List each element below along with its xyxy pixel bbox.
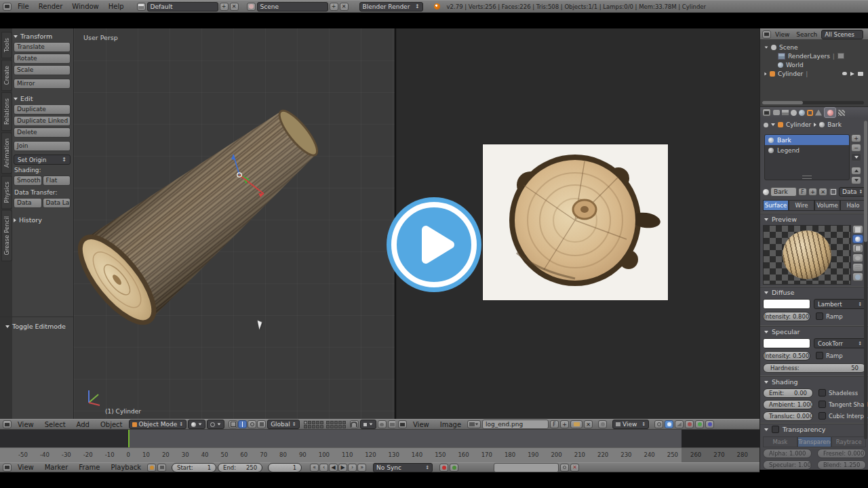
- image-channel-g-icon[interactable]: [695, 420, 704, 428]
- translate-manipulator-button[interactable]: [238, 420, 247, 428]
- fake-user-button[interactable]: F: [798, 188, 807, 196]
- shelf-tab[interactable]: Create: [1, 60, 12, 91]
- mask-mode-button[interactable]: Mask: [763, 436, 797, 447]
- editor-type-properties-icon[interactable]: [762, 108, 771, 117]
- tab-volume[interactable]: Volume: [814, 200, 840, 211]
- render-menu[interactable]: Render: [34, 3, 68, 10]
- keying-options-icon[interactable]: [450, 464, 458, 472]
- raytrace-mode-button[interactable]: Raytrace: [831, 436, 866, 447]
- tab-surface[interactable]: Surface: [763, 200, 789, 211]
- set-origin-dropdown[interactable]: Set Origin↕: [14, 155, 71, 165]
- render-engine-selector[interactable]: Blender Render↕: [359, 2, 423, 12]
- move-slot-down-button[interactable]: [851, 176, 861, 184]
- preview-flat-button[interactable]: [852, 225, 863, 234]
- fresnel-slider[interactable]: Fresnel:0.000: [817, 449, 866, 458]
- timeline-frame-menu[interactable]: Frame: [74, 464, 104, 471]
- emit-slider[interactable]: Emit:0.00: [763, 388, 813, 398]
- data-layout-button[interactable]: Data Layout: [43, 198, 71, 208]
- slot-specials-menu[interactable]: [851, 153, 861, 161]
- current-frame-field[interactable]: 1: [268, 463, 302, 472]
- editor-type-image-icon[interactable]: [398, 420, 407, 428]
- data-button[interactable]: Data: [14, 198, 42, 208]
- outliner-scrollbar[interactable]: [762, 101, 864, 104]
- outliner-item-renderlayers[interactable]: RenderLayers |: [764, 52, 866, 60]
- view3d-add-menu[interactable]: Add: [72, 421, 94, 428]
- snap-element-selector[interactable]: [360, 420, 376, 429]
- log-3d-model[interactable]: [74, 28, 395, 419]
- tab-halo[interactable]: Halo: [840, 200, 866, 211]
- move-slot-up-button[interactable]: [851, 167, 861, 175]
- current-frame-marker[interactable]: [128, 430, 130, 447]
- keying-set-field[interactable]: [494, 463, 559, 472]
- outliner-search-menu[interactable]: Search: [793, 31, 820, 38]
- operator-panel-header[interactable]: Toggle Editmode: [5, 323, 80, 330]
- editor-type-3dview-icon[interactable]: [3, 420, 12, 428]
- viewport-3d[interactable]: User Persp: [74, 28, 395, 419]
- join-button[interactable]: Join: [14, 141, 71, 151]
- ztransparency-mode-button[interactable]: Z Transparency: [797, 436, 832, 447]
- previous-keyframe-button[interactable]: ‹: [319, 464, 328, 472]
- preview-hair-button[interactable]: [852, 263, 863, 272]
- preview-range-icon[interactable]: [147, 464, 156, 472]
- image-display-mode-selector[interactable]: View ↕: [612, 420, 649, 429]
- scene-icon[interactable]: [247, 3, 256, 11]
- window-menu[interactable]: Window: [67, 3, 103, 10]
- render-tab-icon[interactable]: [773, 110, 780, 115]
- jump-to-start-button[interactable]: «: [310, 464, 319, 472]
- play-button[interactable]: ▶: [338, 464, 347, 472]
- translate-button[interactable]: Translate: [14, 42, 71, 52]
- tangent-shading-checkbox[interactable]: [818, 401, 826, 408]
- material-tab-icon[interactable]: [824, 107, 836, 118]
- scene-tab-icon[interactable]: [791, 110, 797, 116]
- snap-magnet-icon[interactable]: [350, 420, 359, 428]
- material-name-field[interactable]: Bark: [770, 187, 797, 197]
- nodes-button[interactable]: [829, 188, 837, 196]
- close-layout-button[interactable]: ✕: [230, 3, 239, 11]
- specular-panel-header[interactable]: Specular: [764, 328, 800, 336]
- screen-layout-icon[interactable]: [137, 3, 146, 11]
- add-layout-button[interactable]: +: [220, 3, 229, 11]
- render-layers-tab-icon[interactable]: [782, 110, 789, 115]
- specular-intensity-slider[interactable]: Intensity:0.500: [763, 351, 810, 361]
- timeline-view-menu[interactable]: View: [13, 464, 39, 471]
- duplicate-linked-button[interactable]: Duplicate Linked: [14, 116, 71, 126]
- image-view-menu[interactable]: View: [408, 421, 434, 428]
- specular-shader-dropdown[interactable]: CookTorr↕: [814, 338, 866, 348]
- end-frame-field[interactable]: End:250: [218, 463, 262, 472]
- remove-slot-button[interactable]: −: [851, 144, 861, 152]
- delete-keyframe-button[interactable]: ✕: [570, 464, 579, 472]
- alpha-slider[interactable]: Alpha:1.000: [763, 449, 812, 458]
- preview-world-button[interactable]: [852, 272, 863, 281]
- specular-ramp-checkbox[interactable]: [816, 352, 823, 359]
- outliner-item-scene[interactable]: Scene: [764, 43, 866, 52]
- view3d-object-menu[interactable]: Object: [96, 421, 127, 428]
- image-channel-b-icon[interactable]: [705, 420, 714, 428]
- image-browse-icon[interactable]: [467, 420, 481, 428]
- blend-slider[interactable]: Blend:1.250: [817, 460, 866, 470]
- scene-selector[interactable]: Scene: [257, 2, 328, 12]
- jump-to-end-button[interactable]: »: [357, 464, 366, 472]
- video-play-button[interactable]: [387, 197, 481, 292]
- diffuse-shader-dropdown[interactable]: Lambert↕: [814, 299, 866, 309]
- preview-sphere-button[interactable]: [852, 235, 863, 243]
- image-new-button[interactable]: +: [560, 420, 569, 428]
- datablock-link-dropdown[interactable]: Data↕: [839, 187, 866, 197]
- transform-orientation-selector[interactable]: Global↕: [267, 420, 300, 429]
- sync-mode-selector[interactable]: No Sync↕: [373, 463, 433, 472]
- material-slot-legend[interactable]: Legend: [765, 145, 849, 155]
- mode-selector[interactable]: Object Mode ↕: [129, 420, 187, 429]
- image-mask-mode-icon[interactable]: [675, 420, 684, 428]
- add-slot-button[interactable]: +: [851, 134, 861, 142]
- tab-wire[interactable]: Wire: [789, 200, 814, 211]
- shelf-tab[interactable]: Tools: [1, 32, 12, 58]
- screen-layout-selector[interactable]: Default: [147, 2, 218, 12]
- shelf-tab[interactable]: Physics: [1, 176, 12, 209]
- diffuse-panel-header[interactable]: Diffuse: [764, 289, 794, 296]
- rotate-button[interactable]: Rotate: [14, 54, 71, 64]
- layer-selector[interactable]: [304, 421, 346, 428]
- image-pin-icon[interactable]: [598, 420, 607, 428]
- record-button[interactable]: [439, 464, 448, 472]
- edit-panel-header[interactable]: Edit: [14, 95, 71, 102]
- view3d-view-menu[interactable]: View: [13, 421, 39, 428]
- preview-monkey-button[interactable]: [852, 253, 863, 262]
